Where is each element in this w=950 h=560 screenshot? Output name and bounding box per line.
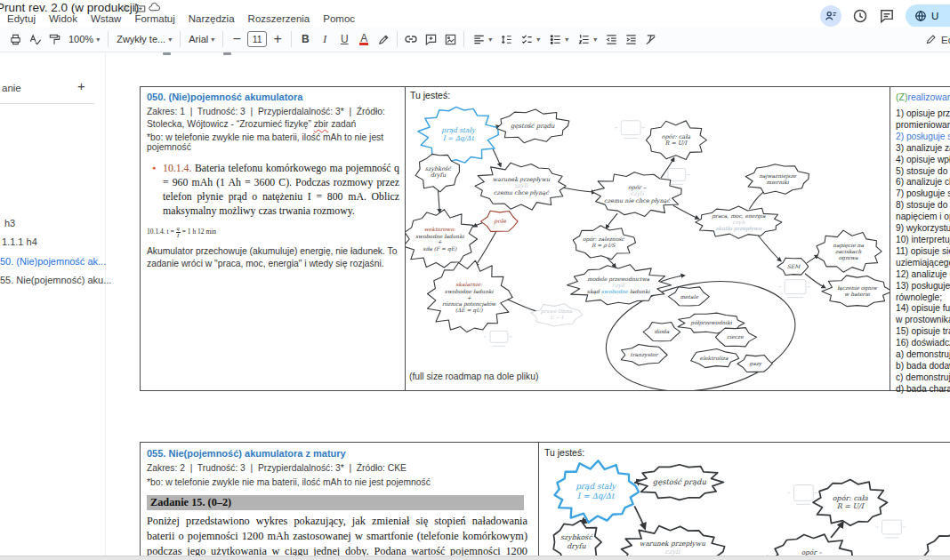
font-value: Arial: [189, 34, 208, 44]
decrease-indent-icon[interactable]: [602, 29, 620, 49]
curriculum-item: 9) wykorzystuje: [896, 223, 950, 235]
curriculum-item: 4) opisuje wpływ: [896, 155, 950, 166]
map-cloud-label: szybkość: [560, 533, 593, 541]
mode-label: Ed: [941, 35, 950, 45]
curriculum-item: promieniowania: [896, 120, 950, 132]
menu-pomoc[interactable]: Pomoc: [323, 13, 355, 24]
line-spacing-icon[interactable]: [497, 29, 515, 49]
menu-wstaw[interactable]: Wstaw: [91, 13, 122, 24]
pencil-icon: [925, 34, 937, 45]
textbook-problem-scan[interactable]: ● 10.1.4. Bateria telefonu komórkowego m…: [147, 161, 399, 218]
curriculum-item: 12) analizuje do: [896, 269, 950, 281]
add-comment-icon[interactable]: [422, 29, 439, 49]
map-cloud-label: tranzystor: [631, 351, 659, 358]
window-bottom-edge: [0, 556, 950, 560]
activity-person-icon[interactable]: [820, 5, 841, 27]
bulleted-list-select[interactable]: ▾: [545, 29, 572, 49]
roadmap-image-zoomed[interactable]: prąd stałyI = Δq/Δtgęstość prąduszybkość…: [539, 443, 950, 560]
style-value: Zwykły te...: [117, 34, 165, 44]
curriculum-item: napięciem i opo: [896, 212, 950, 223]
map-cloud-label: ciecze: [727, 333, 744, 340]
zoom-select[interactable]: 100%▾: [65, 29, 103, 49]
map-cloud-label: warunek przepływu: [640, 540, 705, 548]
curriculum-item: 1) opisuje przew: [896, 108, 950, 120]
map-cloud-label: opór: cała: [833, 494, 868, 502]
version-history-icon[interactable]: [852, 8, 868, 24]
insert-link-icon[interactable]: [402, 29, 420, 49]
cloud-status-icon[interactable]: [148, 2, 160, 14]
exam-task-body: Poniżej przedstawiono wykres pokazujący,…: [147, 514, 527, 560]
menu-edytuj[interactable]: Edytuj: [7, 13, 36, 24]
document-title[interactable]: Prunt rev. 2.0 (w produkcji): [0, 1, 139, 14]
map-cloud-label: czyli: [664, 548, 680, 556]
align-select[interactable]: ▾: [469, 29, 495, 49]
divider: [108, 31, 109, 47]
spell-check-icon[interactable]: [26, 29, 44, 49]
roadmap-image[interactable]: prąd stałyI = Δq/Δtgęstość prąduszybkość…: [406, 87, 890, 390]
text-color-button[interactable]: A: [359, 34, 368, 45]
menu-rozszerzenia[interactable]: Rozszerzenia: [248, 13, 310, 24]
highlight-color-button[interactable]: [374, 29, 392, 49]
curriculum-item: 10) interpretuje: [896, 235, 950, 246]
map-cloud-label: siła (F = qE): [423, 244, 457, 252]
task-050-comment: Akumulator przechowuje (akumuluje) energ…: [147, 245, 399, 269]
map-cloud-label: I = Δq/Δt: [443, 134, 475, 142]
checklist-select[interactable]: ▾: [517, 29, 543, 49]
outline-item[interactable]: h3: [4, 218, 15, 228]
map-cloud-label: metale: [680, 292, 698, 299]
paragraph-style-select[interactable]: Zwykły te...▾: [113, 29, 175, 49]
font-size-input[interactable]: 11: [247, 31, 267, 47]
add-summary-button[interactable]: +: [77, 78, 85, 93]
chevron-down-icon: ▾: [593, 36, 597, 44]
increase-indent-icon[interactable]: [622, 29, 640, 49]
star-icon[interactable]: ☆: [119, 2, 132, 14]
decrease-font-size-button[interactable]: −: [228, 29, 246, 49]
map-cloud-label: R = ρ·l/S: [592, 242, 616, 249]
map-cloud-label: gęstość prądu: [511, 123, 555, 130]
comments-icon[interactable]: [879, 8, 895, 24]
exam-task-header: Zadanie 15. (0–2): [147, 495, 524, 510]
curriculum-item: a) demonstruje: [896, 349, 950, 361]
map-content: prąd stałyI = Δq/Δtgęstość prąduszybkość…: [406, 107, 890, 390]
map-cloud-label: +: [438, 238, 442, 244]
increase-font-size-button[interactable]: +: [269, 29, 286, 49]
roadmap-cell-2: Tu jesteś: prąd stałyI = Δq/Δtgęstość pr…: [538, 442, 950, 560]
menu-formatuj[interactable]: Formatuj: [134, 13, 174, 24]
realized-heading: (Z)realizowane p: [896, 92, 950, 102]
map-cloud-label: R = U/I: [837, 502, 865, 510]
menu-narzędzia[interactable]: Narzędzia: [189, 13, 235, 24]
menu-widok[interactable]: Widok: [49, 13, 77, 24]
curriculum-item: 6) analizuje cha: [896, 177, 950, 188]
map-cloud-label: skąd swobodne ładunki: [587, 287, 651, 294]
move-folder-icon[interactable]: [133, 2, 146, 14]
map-content: prąd stałyI = Δq/Δtgęstość prąduszybkość…: [540, 443, 950, 560]
curriculum-item: uziemiającego;: [896, 258, 950, 269]
italic-button[interactable]: I: [316, 29, 334, 49]
editing-mode-button[interactable]: Ed: [925, 34, 950, 45]
share-button[interactable]: U: [906, 4, 950, 28]
underline-button[interactable]: U: [335, 29, 353, 49]
curriculum-item: równolegle;: [896, 292, 950, 304]
outline-item[interactable]: 55. Nie(pojemność) aku...: [0, 275, 111, 285]
curriculum-item: 5) stosuje do ob: [896, 166, 950, 178]
map-cloud-label: (ΔE = qU): [455, 306, 484, 313]
chevron-down-icon: ▾: [536, 36, 540, 44]
clear-formatting-icon[interactable]: [641, 29, 659, 49]
divider: [397, 31, 398, 47]
toolbar: 100%▾ Zwykły te...▾ Arial▾ − 11 + B I U …: [0, 27, 950, 52]
map-cloud-label: dryfu: [431, 172, 447, 179]
outline-item[interactable]: 50. (Nie)pojemność ak...: [0, 256, 106, 267]
map-cloud-label: +: [467, 293, 471, 300]
bold-button[interactable]: B: [296, 29, 314, 49]
font-select[interactable]: Arial▾: [185, 29, 218, 49]
insert-image-icon[interactable]: [441, 29, 459, 49]
divider: [0, 103, 94, 104]
map-cloud-label: ogniwa: [839, 254, 858, 261]
numbered-list-select[interactable]: ▾: [574, 29, 600, 49]
task-055-cell: 055. Nie(pojemność) akumulatora z matury…: [140, 442, 539, 560]
outline-item[interactable]: 1.1.1 h4: [2, 236, 37, 247]
curriculum-item: 7) posługuje się: [896, 188, 950, 200]
paint-format-icon[interactable]: [45, 29, 63, 49]
print-icon[interactable]: [6, 29, 24, 49]
map-cloud-label: czemu nie chce płynąć: [604, 197, 671, 204]
